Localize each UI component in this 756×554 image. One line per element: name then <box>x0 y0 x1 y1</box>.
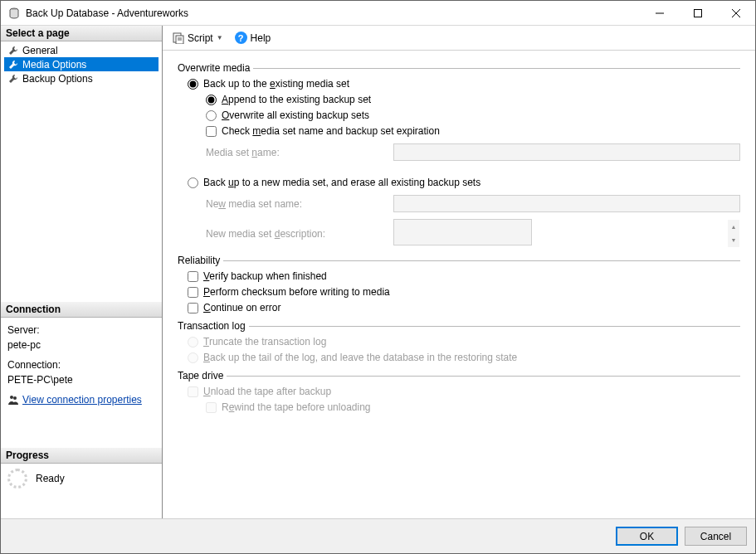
minimize-button[interactable] <box>641 1 679 26</box>
checkbox-checksum[interactable]: Perform checksum before writing to media <box>188 286 740 298</box>
input-new-media-name <box>393 195 740 212</box>
radio-backup-tail: Back up the tail of the log, and leave t… <box>188 352 740 363</box>
cancel-button[interactable]: Cancel <box>685 527 747 546</box>
button-bar: OK Cancel <box>1 518 755 553</box>
page-label: Media Options <box>22 59 86 70</box>
radio-backup-existing[interactable]: Back up to the existing media set <box>188 78 740 90</box>
checkbox-check-media[interactable]: Check media set name and backup set expi… <box>206 125 740 137</box>
group-reliability: Reliability Verify backup when finished … <box>178 255 740 313</box>
row-new-media-name: New media set name: <box>206 195 740 212</box>
script-label: Script <box>188 32 213 44</box>
page-list: General Media Options Backup Options <box>1 41 162 92</box>
page-media-options[interactable]: Media Options <box>4 57 159 71</box>
row-media-set-name: Media set name: <box>206 143 740 161</box>
link-text: View connection properties <box>22 392 142 407</box>
people-icon <box>7 394 19 406</box>
checkbox-checksum-input[interactable] <box>188 287 198 298</box>
ok-button[interactable]: OK <box>616 527 678 546</box>
textarea-scroll: ▲▼ <box>728 220 739 247</box>
progress-block: Ready <box>1 464 162 493</box>
server-value: pete-pc <box>7 338 155 352</box>
page-label: Backup Options <box>22 73 93 85</box>
radio-truncate: Truncate the transaction log <box>188 336 740 347</box>
connection-value: PETE-PC\pete <box>7 372 155 387</box>
sidebar: Select a page General Media Options Back… <box>1 26 163 518</box>
main-panel: Script ▼ ? Help Overwrite media Back up … <box>163 26 755 518</box>
connection-label: Connection: <box>7 357 155 372</box>
connection-header: Connection <box>1 302 162 318</box>
checkbox-check-media-input[interactable] <box>206 126 217 137</box>
checkbox-rewind: Rewind the tape before unloading <box>206 401 740 413</box>
wrench-icon <box>7 45 19 56</box>
script-icon <box>173 32 184 44</box>
group-transaction-log: Transaction log Truncate the transaction… <box>178 320 740 363</box>
help-button[interactable]: ? Help <box>232 30 275 46</box>
close-button[interactable] <box>717 1 755 26</box>
group-title: Reliability <box>178 255 220 266</box>
page-backup-options[interactable]: Backup Options <box>4 71 159 85</box>
progress-status: Ready <box>36 473 65 484</box>
wrench-icon <box>7 59 19 70</box>
titlebar: Back Up Database - Adventureworks <box>1 1 755 26</box>
checkbox-rewind-input <box>206 402 217 413</box>
checkbox-continue[interactable]: Continue on error <box>188 302 740 313</box>
group-title: Transaction log <box>178 320 246 332</box>
connection-block: Server: pete-pc Connection: PETE-PC\pete… <box>1 318 162 415</box>
checkbox-continue-input[interactable] <box>188 303 198 313</box>
svg-rect-2 <box>695 9 702 17</box>
radio-truncate-input <box>188 337 198 347</box>
database-icon <box>7 7 21 20</box>
checkbox-verify-input[interactable] <box>188 271 198 282</box>
progress-spinner-icon <box>7 469 27 488</box>
radio-overwrite-all[interactable]: Overwrite all existing backup sets <box>206 109 740 121</box>
input-media-set-name <box>393 143 740 161</box>
page-label: General <box>22 45 58 56</box>
script-button[interactable]: Script ▼ <box>169 31 227 46</box>
group-tape-drive: Tape drive Unload the tape after backup … <box>178 370 740 413</box>
svg-point-5 <box>10 396 13 399</box>
row-new-media-desc: New media set description: ▲▼ <box>206 219 740 248</box>
group-title: Tape drive <box>178 370 223 381</box>
checkbox-verify[interactable]: Verify backup when finished <box>188 270 740 282</box>
select-page-header: Select a page <box>1 26 162 41</box>
radio-overwrite-all-input[interactable] <box>206 110 217 121</box>
server-label: Server: <box>7 323 155 338</box>
progress-header: Progress <box>1 448 162 464</box>
wrench-icon <box>7 73 19 85</box>
radio-append-existing-input[interactable] <box>206 95 217 105</box>
checkbox-unload: Unload the tape after backup <box>188 386 740 397</box>
window-buttons <box>641 1 755 26</box>
view-connection-properties-link[interactable]: View connection properties <box>7 392 142 407</box>
toolbar: Script ▼ ? Help <box>163 26 755 51</box>
radio-backup-new-input[interactable] <box>188 177 198 188</box>
checkbox-unload-input <box>188 386 198 397</box>
radio-backup-new[interactable]: Back up to a new media set, and erase al… <box>188 177 740 188</box>
help-label: Help <box>251 32 271 44</box>
group-title: Overwrite media <box>178 62 250 74</box>
page-general[interactable]: General <box>4 43 159 57</box>
radio-append-existing[interactable]: Append to the existing backup set <box>206 94 740 105</box>
svg-point-6 <box>13 396 17 400</box>
group-overwrite-media: Overwrite media Back up to the existing … <box>178 62 740 248</box>
input-new-media-desc <box>393 219 532 245</box>
chevron-down-icon: ▼ <box>217 34 223 41</box>
radio-backup-existing-input[interactable] <box>188 79 198 90</box>
window-title: Back Up Database - Adventureworks <box>26 7 641 19</box>
maximize-button[interactable] <box>679 1 717 26</box>
help-icon: ? <box>235 32 247 44</box>
radio-backup-tail-input <box>188 352 198 363</box>
